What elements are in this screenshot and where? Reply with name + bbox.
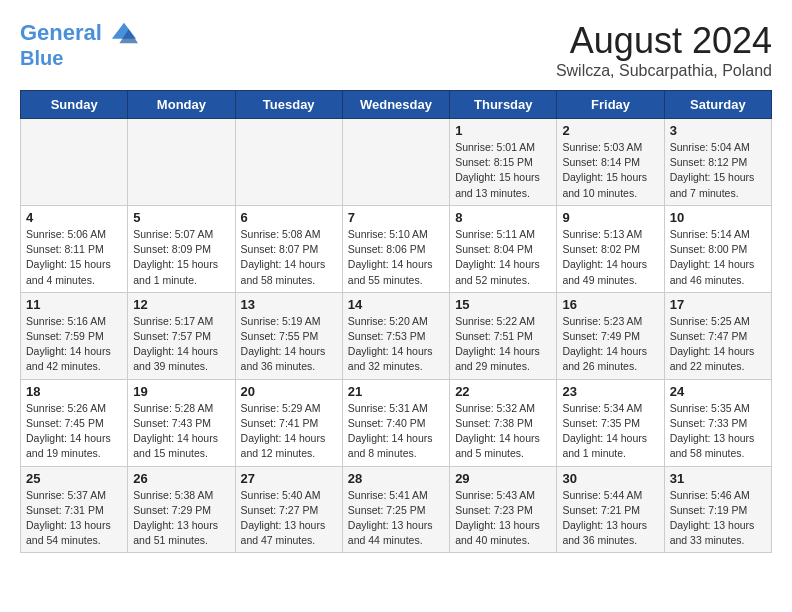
cell-info: Sunrise: 5:10 AMSunset: 8:06 PMDaylight:…	[348, 227, 444, 288]
calendar-cell: 23Sunrise: 5:34 AMSunset: 7:35 PMDayligh…	[557, 379, 664, 466]
cell-info: Sunrise: 5:43 AMSunset: 7:23 PMDaylight:…	[455, 488, 551, 549]
cell-day-number: 30	[562, 471, 658, 486]
cell-info: Sunrise: 5:25 AMSunset: 7:47 PMDaylight:…	[670, 314, 766, 375]
cell-day-number: 19	[133, 384, 229, 399]
cell-day-number: 2	[562, 123, 658, 138]
cell-day-number: 23	[562, 384, 658, 399]
calendar-cell: 5Sunrise: 5:07 AMSunset: 8:09 PMDaylight…	[128, 205, 235, 292]
cell-info: Sunrise: 5:08 AMSunset: 8:07 PMDaylight:…	[241, 227, 337, 288]
cell-info: Sunrise: 5:28 AMSunset: 7:43 PMDaylight:…	[133, 401, 229, 462]
week-row-2: 4Sunrise: 5:06 AMSunset: 8:11 PMDaylight…	[21, 205, 772, 292]
week-row-4: 18Sunrise: 5:26 AMSunset: 7:45 PMDayligh…	[21, 379, 772, 466]
page-subtitle: Swilcza, Subcarpathia, Poland	[556, 62, 772, 80]
cell-day-number: 9	[562, 210, 658, 225]
logo: General Blue	[20, 20, 138, 68]
calendar-cell: 14Sunrise: 5:20 AMSunset: 7:53 PMDayligh…	[342, 292, 449, 379]
calendar-cell: 28Sunrise: 5:41 AMSunset: 7:25 PMDayligh…	[342, 466, 449, 553]
cell-day-number: 15	[455, 297, 551, 312]
title-block: August 2024 Swilcza, Subcarpathia, Polan…	[556, 20, 772, 80]
cell-day-number: 4	[26, 210, 122, 225]
calendar-cell: 7Sunrise: 5:10 AMSunset: 8:06 PMDaylight…	[342, 205, 449, 292]
cell-info: Sunrise: 5:46 AMSunset: 7:19 PMDaylight:…	[670, 488, 766, 549]
page-header: General Blue August 2024 Swilcza, Subcar…	[20, 20, 772, 80]
week-row-5: 25Sunrise: 5:37 AMSunset: 7:31 PMDayligh…	[21, 466, 772, 553]
cell-day-number: 3	[670, 123, 766, 138]
calendar-cell: 22Sunrise: 5:32 AMSunset: 7:38 PMDayligh…	[450, 379, 557, 466]
calendar-cell: 30Sunrise: 5:44 AMSunset: 7:21 PMDayligh…	[557, 466, 664, 553]
calendar-cell: 31Sunrise: 5:46 AMSunset: 7:19 PMDayligh…	[664, 466, 771, 553]
calendar-cell: 16Sunrise: 5:23 AMSunset: 7:49 PMDayligh…	[557, 292, 664, 379]
cell-info: Sunrise: 5:41 AMSunset: 7:25 PMDaylight:…	[348, 488, 444, 549]
cell-day-number: 13	[241, 297, 337, 312]
calendar-cell: 17Sunrise: 5:25 AMSunset: 7:47 PMDayligh…	[664, 292, 771, 379]
cell-info: Sunrise: 5:03 AMSunset: 8:14 PMDaylight:…	[562, 140, 658, 201]
calendar-cell: 26Sunrise: 5:38 AMSunset: 7:29 PMDayligh…	[128, 466, 235, 553]
cell-day-number: 6	[241, 210, 337, 225]
calendar-cell: 8Sunrise: 5:11 AMSunset: 8:04 PMDaylight…	[450, 205, 557, 292]
cell-day-number: 25	[26, 471, 122, 486]
calendar-cell: 13Sunrise: 5:19 AMSunset: 7:55 PMDayligh…	[235, 292, 342, 379]
week-row-3: 11Sunrise: 5:16 AMSunset: 7:59 PMDayligh…	[21, 292, 772, 379]
cell-info: Sunrise: 5:14 AMSunset: 8:00 PMDaylight:…	[670, 227, 766, 288]
cell-info: Sunrise: 5:11 AMSunset: 8:04 PMDaylight:…	[455, 227, 551, 288]
calendar-cell	[342, 119, 449, 206]
dow-header-saturday: Saturday	[664, 91, 771, 119]
calendar-cell: 15Sunrise: 5:22 AMSunset: 7:51 PMDayligh…	[450, 292, 557, 379]
cell-day-number: 24	[670, 384, 766, 399]
cell-day-number: 18	[26, 384, 122, 399]
cell-day-number: 20	[241, 384, 337, 399]
week-row-1: 1Sunrise: 5:01 AMSunset: 8:15 PMDaylight…	[21, 119, 772, 206]
cell-info: Sunrise: 5:40 AMSunset: 7:27 PMDaylight:…	[241, 488, 337, 549]
cell-info: Sunrise: 5:17 AMSunset: 7:57 PMDaylight:…	[133, 314, 229, 375]
cell-info: Sunrise: 5:22 AMSunset: 7:51 PMDaylight:…	[455, 314, 551, 375]
page-title: August 2024	[556, 20, 772, 62]
calendar-cell: 19Sunrise: 5:28 AMSunset: 7:43 PMDayligh…	[128, 379, 235, 466]
cell-day-number: 1	[455, 123, 551, 138]
dow-header-sunday: Sunday	[21, 91, 128, 119]
cell-info: Sunrise: 5:13 AMSunset: 8:02 PMDaylight:…	[562, 227, 658, 288]
dow-header-thursday: Thursday	[450, 91, 557, 119]
calendar-table: SundayMondayTuesdayWednesdayThursdayFrid…	[20, 90, 772, 553]
cell-day-number: 10	[670, 210, 766, 225]
calendar-cell: 4Sunrise: 5:06 AMSunset: 8:11 PMDaylight…	[21, 205, 128, 292]
calendar-cell: 3Sunrise: 5:04 AMSunset: 8:12 PMDaylight…	[664, 119, 771, 206]
cell-info: Sunrise: 5:37 AMSunset: 7:31 PMDaylight:…	[26, 488, 122, 549]
calendar-cell: 24Sunrise: 5:35 AMSunset: 7:33 PMDayligh…	[664, 379, 771, 466]
cell-info: Sunrise: 5:07 AMSunset: 8:09 PMDaylight:…	[133, 227, 229, 288]
cell-info: Sunrise: 5:04 AMSunset: 8:12 PMDaylight:…	[670, 140, 766, 201]
cell-info: Sunrise: 5:29 AMSunset: 7:41 PMDaylight:…	[241, 401, 337, 462]
cell-info: Sunrise: 5:01 AMSunset: 8:15 PMDaylight:…	[455, 140, 551, 201]
cell-day-number: 12	[133, 297, 229, 312]
calendar-cell: 10Sunrise: 5:14 AMSunset: 8:00 PMDayligh…	[664, 205, 771, 292]
cell-day-number: 29	[455, 471, 551, 486]
calendar-cell	[21, 119, 128, 206]
cell-info: Sunrise: 5:19 AMSunset: 7:55 PMDaylight:…	[241, 314, 337, 375]
cell-day-number: 31	[670, 471, 766, 486]
dow-header-wednesday: Wednesday	[342, 91, 449, 119]
cell-info: Sunrise: 5:26 AMSunset: 7:45 PMDaylight:…	[26, 401, 122, 462]
cell-info: Sunrise: 5:31 AMSunset: 7:40 PMDaylight:…	[348, 401, 444, 462]
logo-text: General	[20, 20, 138, 48]
dow-header-tuesday: Tuesday	[235, 91, 342, 119]
days-of-week-row: SundayMondayTuesdayWednesdayThursdayFrid…	[21, 91, 772, 119]
cell-info: Sunrise: 5:23 AMSunset: 7:49 PMDaylight:…	[562, 314, 658, 375]
cell-day-number: 26	[133, 471, 229, 486]
cell-info: Sunrise: 5:34 AMSunset: 7:35 PMDaylight:…	[562, 401, 658, 462]
cell-day-number: 22	[455, 384, 551, 399]
calendar-cell: 25Sunrise: 5:37 AMSunset: 7:31 PMDayligh…	[21, 466, 128, 553]
cell-day-number: 14	[348, 297, 444, 312]
cell-day-number: 7	[348, 210, 444, 225]
calendar-cell: 12Sunrise: 5:17 AMSunset: 7:57 PMDayligh…	[128, 292, 235, 379]
calendar-cell: 21Sunrise: 5:31 AMSunset: 7:40 PMDayligh…	[342, 379, 449, 466]
cell-info: Sunrise: 5:06 AMSunset: 8:11 PMDaylight:…	[26, 227, 122, 288]
cell-day-number: 11	[26, 297, 122, 312]
calendar-cell: 27Sunrise: 5:40 AMSunset: 7:27 PMDayligh…	[235, 466, 342, 553]
calendar-cell	[235, 119, 342, 206]
dow-header-monday: Monday	[128, 91, 235, 119]
calendar-cell: 1Sunrise: 5:01 AMSunset: 8:15 PMDaylight…	[450, 119, 557, 206]
calendar-cell: 29Sunrise: 5:43 AMSunset: 7:23 PMDayligh…	[450, 466, 557, 553]
cell-info: Sunrise: 5:35 AMSunset: 7:33 PMDaylight:…	[670, 401, 766, 462]
cell-info: Sunrise: 5:16 AMSunset: 7:59 PMDaylight:…	[26, 314, 122, 375]
cell-day-number: 8	[455, 210, 551, 225]
cell-day-number: 28	[348, 471, 444, 486]
